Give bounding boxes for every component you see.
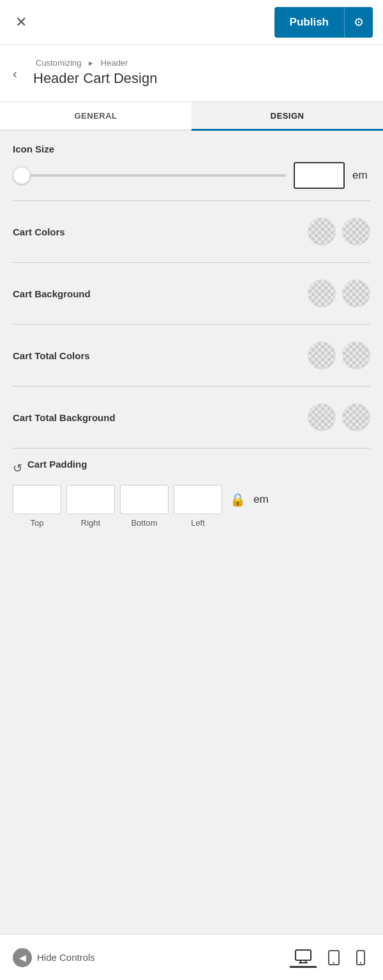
breadcrumb: Customizing ▸ Header — [33, 58, 373, 68]
cart-colors-swatches — [308, 218, 370, 246]
icon-size-slider-row: em — [13, 162, 370, 189]
icon-size-section: Icon Size em — [13, 144, 370, 189]
breadcrumb-part2: Header — [101, 58, 128, 68]
divider-5 — [13, 448, 370, 449]
device-icons-group — [290, 947, 370, 968]
cart-padding-label: Cart Padding — [27, 459, 87, 470]
close-icon: ✕ — [15, 14, 27, 30]
mobile-icon — [356, 950, 365, 965]
tab-design[interactable]: DESIGN — [192, 102, 383, 130]
tab-general[interactable]: GENERAL — [0, 102, 192, 130]
padding-bottom-label: Bottom — [120, 518, 169, 528]
cart-total-bg-label: Cart Total Background — [13, 412, 116, 423]
svg-point-5 — [333, 961, 334, 963]
cart-color-swatch-1[interactable] — [308, 218, 336, 246]
cart-total-background-row: Cart Total Background — [13, 397, 370, 438]
cart-total-color-swatch-1[interactable] — [308, 341, 336, 369]
icon-size-input[interactable] — [294, 162, 345, 189]
cart-padding-header: ↺ Cart Padding — [13, 459, 370, 477]
desktop-view-button[interactable] — [290, 947, 317, 968]
padding-bottom-input[interactable] — [120, 485, 169, 514]
mobile-view-button[interactable] — [351, 947, 370, 968]
cart-bg-swatch-1[interactable] — [308, 279, 336, 308]
cart-bg-swatch-2[interactable] — [342, 279, 370, 308]
padding-labels-row: Top Right Bottom Left — [13, 518, 370, 528]
hide-controls-button[interactable]: ◀ Hide Controls — [13, 948, 95, 967]
cart-colors-label: Cart Colors — [13, 226, 65, 237]
page-title: Header Cart Design — [33, 70, 373, 87]
tabs-bar: GENERAL DESIGN — [0, 102, 383, 131]
publish-button[interactable]: Publish — [274, 7, 344, 38]
settings-button[interactable]: ⚙ — [344, 7, 373, 38]
slider-track[interactable] — [13, 174, 286, 177]
hide-controls-label: Hide Controls — [37, 952, 95, 963]
cart-colors-row: Cart Colors — [13, 211, 370, 252]
slider-thumb[interactable] — [13, 167, 31, 184]
cart-total-colors-row: Cart Total Colors — [13, 335, 370, 376]
back-arrow-icon: ‹ — [13, 66, 17, 80]
icon-size-label: Icon Size — [13, 144, 370, 154]
content-area: Icon Size em Cart Colors Cart Background… — [0, 131, 383, 934]
desktop-icon — [295, 949, 312, 963]
svg-rect-0 — [296, 950, 311, 960]
padding-left-input[interactable] — [174, 485, 222, 514]
padding-left-label: Left — [174, 518, 222, 528]
cart-background-label: Cart Background — [13, 288, 91, 299]
lock-icon[interactable]: 🔒 — [230, 492, 246, 507]
reset-icon[interactable]: ↺ — [13, 461, 22, 475]
cart-total-bg-swatch-1[interactable] — [308, 403, 336, 431]
cart-padding-section: ↺ Cart Padding 🔒 em Top Right Bottom Lef… — [13, 459, 370, 528]
padding-top-label: Top — [13, 518, 61, 528]
svg-point-7 — [360, 961, 361, 963]
cart-total-colors-label: Cart Total Colors — [13, 350, 90, 361]
hide-controls-arrow-icon: ◀ — [13, 948, 32, 967]
padding-unit: em — [253, 493, 276, 506]
padding-right-label: Right — [66, 518, 115, 528]
panel-header: ‹ Customizing ▸ Header Header Cart Desig… — [0, 45, 383, 102]
tablet-icon — [328, 950, 340, 965]
top-bar: ✕ Publish ⚙ — [0, 0, 383, 45]
cart-total-color-swatch-2[interactable] — [342, 341, 370, 369]
cart-background-swatches — [308, 279, 370, 308]
divider-4 — [13, 386, 370, 387]
back-button[interactable]: ‹ — [9, 63, 21, 84]
padding-inputs-row: 🔒 em — [13, 485, 370, 514]
padding-top-input[interactable] — [13, 485, 61, 514]
cart-color-swatch-2[interactable] — [342, 218, 370, 246]
tablet-view-button[interactable] — [323, 947, 345, 968]
breadcrumb-part1: Customizing — [36, 58, 82, 68]
breadcrumb-arrow: ▸ — [89, 58, 93, 68]
divider-1 — [13, 200, 370, 201]
bottom-bar: ◀ Hide Controls — [0, 934, 383, 980]
close-button[interactable]: ✕ — [10, 10, 32, 34]
publish-group: Publish ⚙ — [274, 7, 373, 38]
padding-right-input[interactable] — [66, 485, 115, 514]
cart-total-bg-swatches — [308, 403, 370, 431]
icon-size-unit: em — [352, 169, 370, 182]
divider-2 — [13, 262, 370, 263]
cart-total-bg-swatch-2[interactable] — [342, 403, 370, 431]
cart-background-row: Cart Background — [13, 273, 370, 314]
gear-icon: ⚙ — [354, 15, 364, 29]
cart-total-colors-swatches — [308, 341, 370, 369]
divider-3 — [13, 324, 370, 325]
